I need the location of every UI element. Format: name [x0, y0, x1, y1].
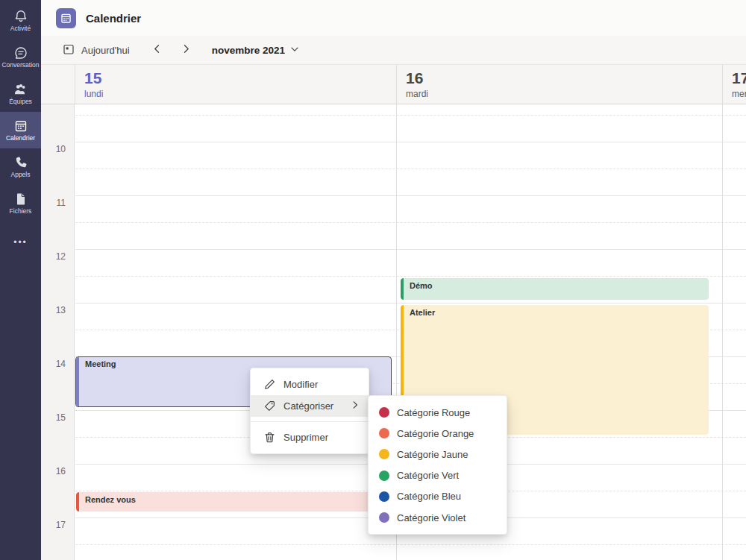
category-color-dot	[379, 491, 389, 502]
event-color-bar	[401, 278, 404, 300]
calendar-app-icon	[56, 8, 76, 28]
app-rail: Activité Conversation Équipes	[0, 0, 41, 560]
event-rendez-vous[interactable]: Rendez vous	[76, 492, 390, 512]
time-label: 13	[41, 305, 66, 315]
today-label: Aujourd'hui	[81, 45, 130, 56]
calendar-toolbar: Aujourd'hui novembre 2021	[41, 36, 746, 64]
prev-week-button[interactable]	[152, 43, 162, 57]
time-label: 16	[41, 466, 66, 476]
teams-icon	[13, 82, 29, 97]
half-hour-line	[75, 544, 746, 545]
event-context-menu: Modifier Catégoriser	[250, 368, 369, 454]
calendar-today-icon	[63, 43, 75, 57]
day-weekday: mardi	[406, 89, 428, 99]
event-demo[interactable]: Démo	[401, 278, 709, 300]
bell-icon	[13, 9, 28, 24]
event-title: Rendez vous	[85, 495, 136, 504]
sidebar-item-teams[interactable]: Équipes	[0, 75, 41, 112]
next-week-button[interactable]	[181, 43, 191, 57]
half-hour-line	[75, 115, 746, 116]
submenu-item-label: Catégorie Violet	[397, 512, 466, 523]
day-number: 17	[732, 69, 746, 87]
time-label: 17	[41, 520, 66, 530]
phone-icon	[13, 155, 28, 170]
column-divider	[722, 104, 723, 560]
submenu-item-rouge[interactable]: Catégorie Rouge	[369, 402, 507, 423]
submenu-item-label: Catégorie Jaune	[397, 449, 468, 460]
menu-item-label: Supprimer	[283, 432, 328, 443]
menu-divider	[251, 421, 369, 422]
today-button[interactable]: Aujourd'hui	[63, 43, 130, 57]
page-title: Calendrier	[86, 12, 141, 25]
submenu-arrow-icon	[351, 400, 360, 412]
sidebar-item-calendar[interactable]: Calendrier	[0, 112, 41, 148]
category-color-dot	[379, 471, 389, 481]
tag-icon	[263, 400, 276, 412]
sidebar-item-label: Activité	[10, 25, 31, 32]
half-hour-line	[75, 222, 746, 223]
chat-icon	[13, 45, 28, 60]
submenu-item-label: Catégorie Bleu	[397, 491, 461, 502]
hour-line	[75, 142, 746, 142]
time-label: 14	[41, 359, 66, 369]
category-color-dot	[379, 512, 389, 523]
sidebar-item-chat[interactable]: Conversation	[0, 39, 41, 75]
day-weekday: lundi	[84, 89, 103, 99]
time-label: 12	[41, 251, 66, 262]
chevron-left-icon	[152, 43, 162, 57]
categorize-submenu: Catégorie Rouge Catégorie Orange Catégor…	[368, 395, 507, 535]
menu-item-modifier[interactable]: Modifier	[251, 374, 369, 395]
hour-line	[75, 303, 746, 303]
day-header-monday[interactable]: 15 lundi	[75, 69, 103, 99]
event-color-bar	[76, 492, 79, 512]
hour-line	[75, 249, 746, 250]
event-color-bar	[76, 357, 79, 406]
day-header-tuesday[interactable]: 16 mardi	[396, 69, 428, 99]
day-header-row: 15 lundi 16 mardi 17 mercredi	[41, 64, 746, 104]
chevron-right-icon	[181, 43, 191, 57]
category-color-dot	[379, 407, 389, 418]
submenu-item-label: Catégorie Orange	[397, 428, 474, 439]
time-label: 15	[41, 412, 66, 423]
submenu-item-label: Catégorie Rouge	[397, 407, 470, 418]
sidebar-more-button[interactable]: •••	[0, 227, 41, 257]
day-header-wednesday[interactable]: 17 mercredi	[722, 69, 746, 99]
day-weekday: mercredi	[732, 89, 746, 99]
menu-item-label: Catégoriser	[283, 400, 333, 412]
time-gutter	[41, 104, 75, 560]
month-picker[interactable]: novembre 2021	[212, 45, 299, 56]
sidebar-item-files[interactable]: Fichiers	[0, 185, 41, 221]
submenu-item-bleu[interactable]: Catégorie Bleu	[369, 486, 507, 507]
menu-item-label: Modifier	[283, 379, 318, 390]
event-title: Atelier	[410, 308, 435, 317]
submenu-item-jaune[interactable]: Catégorie Jaune	[369, 444, 507, 465]
ellipsis-icon: •••	[13, 237, 28, 248]
day-number: 15	[84, 69, 103, 87]
sidebar-item-label: Conversation	[1, 62, 39, 69]
hour-line	[75, 195, 746, 196]
time-label: 10	[41, 144, 66, 154]
submenu-item-orange[interactable]: Catégorie Orange	[369, 423, 507, 444]
category-color-dot	[379, 449, 389, 459]
time-label: 11	[41, 198, 66, 208]
submenu-item-vert[interactable]: Catégorie Vert	[369, 465, 507, 486]
teams-calendar-app: Activité Conversation Équipes	[0, 0, 746, 560]
pencil-icon	[263, 378, 276, 391]
day-number: 16	[406, 69, 428, 87]
submenu-item-label: Catégorie Vert	[397, 470, 459, 481]
menu-item-supprimer[interactable]: Supprimer	[251, 427, 369, 448]
sidebar-item-label: Équipes	[9, 98, 32, 105]
sidebar-item-label: Appels	[11, 172, 31, 178]
event-title: Démo	[410, 281, 433, 290]
event-title: Meeting	[85, 359, 116, 368]
submenu-item-violet[interactable]: Catégorie Violet	[369, 507, 507, 528]
calendar-icon	[13, 119, 28, 133]
half-hour-line	[75, 169, 746, 169]
chevron-down-icon	[290, 45, 299, 56]
trash-icon	[263, 431, 276, 444]
file-icon	[13, 192, 28, 207]
sidebar-item-activity[interactable]: Activité	[0, 2, 41, 39]
sidebar-item-calls[interactable]: Appels	[0, 148, 41, 185]
menu-item-categoriser[interactable]: Catégoriser	[251, 395, 369, 417]
app-header: Calendrier	[41, 0, 746, 36]
